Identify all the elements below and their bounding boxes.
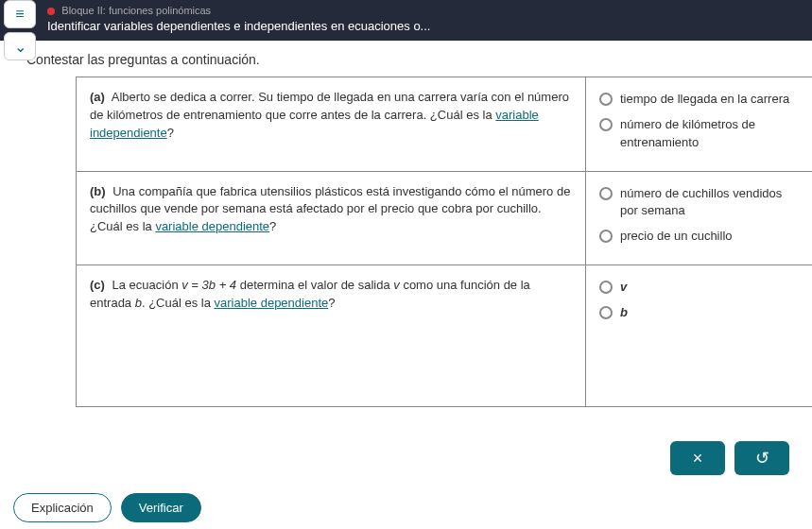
option-row[interactable]: número de kilómetros de entrenamiento [599,116,799,152]
question-table: (a) Alberto se dedica a correr. Su tiemp… [76,77,812,407]
option-row[interactable]: tiempo de llegada en la carrera [599,91,799,109]
option-row[interactable]: b [599,304,799,322]
question-c-options: v b [586,265,813,407]
topic-title: Identificar variables dependientes e ind… [47,19,803,33]
collapse-button[interactable]: ⌄ [4,32,36,60]
chevron-down-icon: ⌄ [14,38,26,56]
radio-button[interactable] [599,230,613,243]
radio-button[interactable] [599,306,613,319]
equation: v = 3b + 4 [181,278,236,292]
option-row[interactable]: v [599,279,799,297]
radio-button[interactable] [599,118,613,131]
table-row: (a) Alberto se dedica a correr. Su tiemp… [77,77,813,172]
table-row: (c) La ecuación v = 3b + 4 determina el … [77,265,813,407]
question-label: (a) [90,90,105,104]
option-text: v [620,279,799,297]
radio-button[interactable] [599,93,613,106]
undo-icon: ↺ [755,448,769,469]
verify-button[interactable]: Verificar [121,493,201,522]
question-body: . ¿Cuál es la [142,296,215,310]
option-text: b [620,304,799,322]
block-title: Bloque II: funciones polinómicas [61,5,211,16]
close-button[interactable]: × [670,441,725,475]
radio-button[interactable] [599,281,613,294]
question-body: La ecuación [112,278,182,292]
question-b-text: (b) Una compañía que fabrica utensilios … [77,171,586,265]
table-row: (b) Una compañía que fabrica utensilios … [77,171,813,265]
header-bar: Bloque II: funciones polinómicas Identif… [0,0,812,41]
question-tail: ? [167,126,174,140]
option-text: precio de un cuchillo [620,228,799,246]
question-tail: ? [269,219,276,233]
menu-button[interactable]: ≡ [4,0,36,28]
var-b: b [135,296,142,310]
option-row[interactable]: número de cuchillos vendidos por semana [599,185,799,221]
menu-icon: ≡ [15,6,24,23]
variable-link[interactable]: variable dependiente [155,219,269,233]
question-b-options: número de cuchillos vendidos por semana … [586,171,813,265]
question-tail: ? [328,296,335,310]
radio-button[interactable] [599,187,613,200]
main-content: Contestar las preguntas a continuación. … [0,41,812,529]
instruction-text: Contestar las preguntas a continuación. [26,52,795,67]
option-text: tiempo de llegada en la carrera [620,91,799,109]
question-label: (c) [90,278,105,292]
question-a-options: tiempo de llegada en la carrera número d… [586,77,813,172]
variable-link[interactable]: variable dependiente [215,296,329,310]
question-label: (b) [90,184,106,198]
close-icon: × [693,449,703,469]
question-c-text: (c) La ecuación v = 3b + 4 determina el … [77,265,586,407]
record-icon [47,8,55,15]
question-a-text: (a) Alberto se dedica a correr. Su tiemp… [77,77,586,172]
undo-button[interactable]: ↺ [734,441,789,475]
option-row[interactable]: precio de un cuchillo [599,228,799,246]
explanation-button[interactable]: Explicación [13,493,112,522]
question-body: determina el valor de salida [236,278,393,292]
option-text: número de cuchillos vendidos por semana [620,185,799,221]
bottom-bar: Explicación Verificar [13,493,201,522]
action-bar: × ↺ [670,441,789,475]
option-text: número de kilómetros de entrenamiento [620,116,799,152]
